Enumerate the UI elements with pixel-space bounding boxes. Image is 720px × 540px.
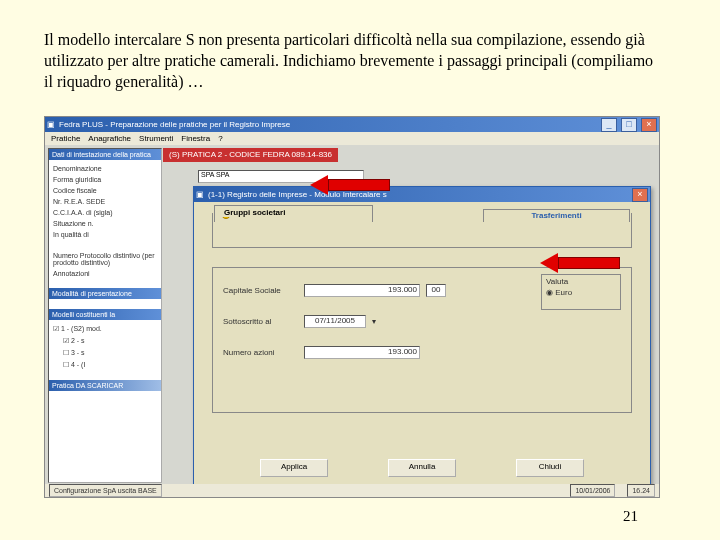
field-protocollo: Numero Protocollo distintivo (per prodot… [53,250,157,268]
arrow-generalita [310,175,390,195]
red-tab[interactable]: (S) PRATICA 2 - CODICE FEDRA 089.14-836 [163,148,338,162]
menu-pratiche[interactable]: Pratiche [51,134,80,143]
app-icon: ▣ [47,120,55,129]
applica-button[interactable]: Applica [260,459,328,477]
capitale-label: Capitale Sociale [223,286,298,295]
status-date: 10/01/2006 [570,484,615,497]
left-pane: Dati di intestazione della pratica Denom… [48,148,162,483]
field-forma: Forma giuridica [53,174,157,185]
numazioni-input[interactable]: 193.000 [304,346,420,359]
group-title: Gruppi societari [221,208,288,217]
app-window: ▣ Fedra PLUS - Preparazione delle pratic… [44,116,660,498]
page-number: 21 [623,508,638,525]
modal-window: ▣ (1-1) Registro delle Imprese - Modulo … [193,186,651,488]
menubar: Pratiche Anagrafiche Strumenti Finestra … [45,132,659,145]
chiudi-button[interactable]: Chiudi [516,459,584,477]
form-area: Valuta ◉ Euro Capitale Sociale 193.000 0… [212,267,632,413]
field-qualita: In qualità di [53,229,157,240]
tree-item-1[interactable]: ☑ 1 - (S2) mod. [53,323,157,335]
menu-anagrafiche[interactable]: Anagrafiche [88,134,131,143]
minimize-button[interactable]: _ [601,118,617,132]
maximize-button[interactable]: □ [621,118,637,132]
calendar-icon[interactable]: ▾ [372,317,376,326]
field-rea: Nr. R.E.A. SEDE [53,196,157,207]
left-header-modelli: Modelli costituenti la [49,309,161,320]
modal-close-button[interactable]: × [632,188,648,202]
app-title: Fedra PLUS - Preparazione delle pratiche… [59,120,290,129]
valuta-group: Valuta ◉ Euro [541,274,621,310]
capitale-input[interactable]: 193.000 [304,284,420,297]
tree-item-3[interactable]: ☐ 3 - s [53,347,157,359]
tree-item-2[interactable]: ☑ 2 - s [53,335,157,347]
sottoscritto-date-input[interactable]: 07/11/2005 [304,315,366,328]
slide-caption: Il modello intercalare S non presenta pa… [44,30,664,92]
valuta-label: Valuta [546,277,616,286]
arrow-valuta [540,253,620,273]
close-button[interactable]: × [641,118,657,132]
field-codfisc: Codice fiscale [53,185,157,196]
left-header-scaricar: Pratica DA SCARICAR [49,380,161,391]
field-denominazione: Denominazione [53,163,157,174]
menu-strumenti[interactable]: Strumenti [139,134,173,143]
modal-icon: ▣ [196,190,204,199]
menu-help[interactable]: ? [218,134,222,143]
field-annot: Annotazioni [53,268,157,279]
statusbar: Configurazione SpA uscita BASE 10/01/200… [45,484,659,497]
status-config: Configurazione SpA uscita BASE [49,484,162,497]
status-time: 16.24 [627,484,655,497]
tree-item-4[interactable]: ☐ 4 - (I [53,359,157,371]
capitale-dec-input[interactable]: 00 [426,284,446,297]
left-header-dati: Dati di intestazione della pratica [49,149,161,160]
numazioni-label: Numero azioni [223,348,298,357]
groupbox: Gruppi societari [212,213,632,248]
left-header-modalita: Modalità di presentazione [49,288,161,299]
tree: ☑ 1 - (S2) mod. ☑ 2 - s ☐ 3 - s ☐ 4 - (I [49,320,161,374]
field-situazione: Situazione n. [53,218,157,229]
valuta-euro-radio[interactable]: ◉ Euro [546,288,616,297]
sottoscritto-label: Sottoscritto al [223,317,298,326]
annulla-button[interactable]: Annulla [388,459,456,477]
field-cciaa: C.C.I.A.A. di (sigla) [53,207,157,218]
outer-titlebar: ▣ Fedra PLUS - Preparazione delle pratic… [45,117,659,132]
menu-finestra[interactable]: Finestra [181,134,210,143]
